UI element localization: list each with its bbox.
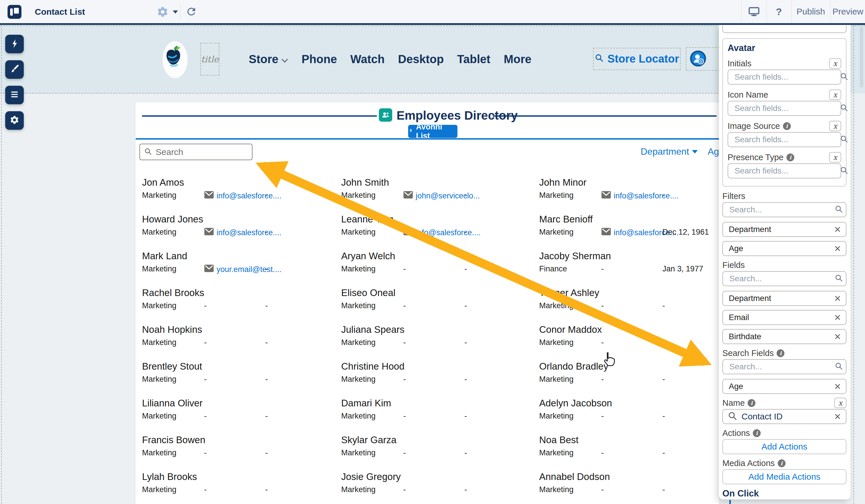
employee-card[interactable]: Orlando BradleyMarketing--	[539, 361, 717, 397]
search-fields-input[interactable]	[734, 166, 840, 176]
name-combobox[interactable]: Contact ID ✕	[723, 409, 846, 424]
nav-item-tablet[interactable]: Tablet	[457, 53, 491, 66]
nav-item-watch[interactable]: Watch	[350, 53, 385, 66]
list-search-input[interactable]	[155, 147, 243, 157]
field-chip[interactable]: Age✕	[723, 241, 846, 256]
add-media-actions-button[interactable]: Add Media Actions	[723, 469, 846, 484]
remove-icon[interactable]: ✕	[834, 382, 841, 391]
employee-email-empty: -	[204, 301, 207, 310]
remove-icon[interactable]: ✕	[834, 332, 841, 342]
nav-item-desktop[interactable]: Desktop	[398, 53, 444, 66]
employee-card[interactable]: Noah HopkinsMarketing--	[142, 324, 341, 361]
publish-button[interactable]: Publish	[792, 0, 830, 23]
employee-card[interactable]: Annabel DodsonMarketing--	[539, 471, 717, 504]
help-button[interactable]: ?	[767, 0, 791, 23]
search-fields-search-input[interactable]	[729, 362, 834, 372]
theme-button[interactable]	[5, 60, 24, 79]
employee-email[interactable]: info@salesforce....	[217, 191, 281, 200]
device-preview-button[interactable]	[742, 0, 766, 23]
employee-email[interactable]: info@salesforce....	[217, 228, 281, 237]
add-actions-button[interactable]: Add Actions	[723, 439, 846, 454]
field-chip[interactable]: Email✕	[723, 310, 846, 325]
avatar-field-label: Presence Type	[728, 153, 784, 162]
store-logo[interactable]	[162, 40, 188, 79]
employee-card[interactable]: Adelyn JacobsonMarketing--	[539, 397, 717, 434]
remove-icon[interactable]: ✕	[834, 293, 841, 304]
formula-x-button[interactable]: x	[829, 121, 841, 131]
search-fields-search	[723, 359, 846, 374]
components-button[interactable]	[5, 35, 24, 53]
fields-search-input[interactable]	[729, 274, 834, 284]
nav-item-phone[interactable]: Phone	[301, 53, 337, 66]
store-locator-link[interactable]: Store Locator	[593, 48, 681, 70]
employee-email[interactable]: john@serviceclo...	[416, 191, 480, 200]
avatar-heading: Avatar	[728, 43, 841, 53]
employee-card[interactable]: John MinorMarketinginfo@salesforce....-	[539, 177, 717, 213]
avonni-list-badge[interactable]: Avonni List	[408, 125, 458, 138]
employee-card[interactable]: Aryan WelchMarketing--	[341, 250, 539, 287]
employee-email[interactable]: info@salesforce....	[416, 228, 481, 237]
employee-card[interactable]: Marc BenioffMarketinginfo@salesforce....…	[539, 213, 717, 250]
page-settings-caret-icon[interactable]	[173, 10, 178, 14]
employee-card[interactable]: Mark LandMarketingyour.email@test....-	[142, 250, 341, 287]
employee-card[interactable]: Christine HoodMarketing--	[341, 361, 539, 397]
filters-search-input[interactable]	[729, 205, 834, 215]
employee-card[interactable]: Brentley StoutMarketing--	[142, 361, 341, 397]
nav-item-store[interactable]: Store	[249, 53, 288, 66]
remove-icon[interactable]: ✕	[834, 224, 841, 235]
employee-card[interactable]: John SmithMarketingjohn@serviceclo...-	[341, 177, 539, 213]
employee-card[interactable]: Noa BestMarketing--	[539, 434, 717, 471]
field-chip[interactable]: Age✕	[723, 379, 846, 394]
search-icon	[144, 148, 152, 157]
clear-icon[interactable]: ✕	[834, 412, 841, 422]
employee-birthdate: -	[662, 191, 665, 200]
refresh-icon[interactable]	[185, 6, 197, 19]
preview-button[interactable]: Preview	[831, 0, 865, 23]
nav-item-more[interactable]: More	[504, 53, 532, 66]
employee-card[interactable]: Skylar GarzaMarketing--	[341, 434, 539, 471]
info-icon: i	[786, 153, 794, 161]
remove-icon[interactable]: ✕	[834, 244, 841, 254]
formula-x-button[interactable]: x	[834, 398, 846, 408]
formula-x-button[interactable]: x	[829, 152, 841, 163]
search-fields-input[interactable]	[734, 72, 840, 82]
pages-button[interactable]	[5, 86, 24, 104]
employee-name: Marc Benioff	[539, 213, 717, 225]
clipped-field	[723, 25, 846, 33]
employee-card[interactable]: Lilianna OliverMarketing--	[142, 397, 341, 434]
field-chip[interactable]: Birthdate✕	[723, 329, 846, 344]
employee-card[interactable]: Howard JonesMarketinginfo@salesforce....…	[142, 213, 341, 250]
canvas-scrollbar[interactable]	[860, 27, 863, 87]
sort-row: Department Age	[641, 146, 716, 157]
employee-card[interactable]: Lylah BrooksMarketing--	[142, 471, 341, 504]
employee-card[interactable]: Rachel BrooksMarketing--	[142, 287, 341, 324]
remove-icon[interactable]: ✕	[834, 313, 841, 323]
employee-card[interactable]: Leanne TomMarketinginfo@salesforce....-	[341, 213, 539, 250]
search-fields-input[interactable]	[734, 135, 840, 144]
page-settings-gear-icon[interactable]	[157, 6, 169, 19]
employee-email[interactable]: your.email@test....	[217, 265, 281, 274]
employee-department: Marketing	[341, 412, 376, 421]
employee-card[interactable]: Francis BowenMarketing--	[142, 434, 341, 471]
builder-logo-icon[interactable]	[8, 5, 21, 19]
field-chip[interactable]: Department✕	[723, 222, 846, 237]
employee-email[interactable]: info@salesforce....	[614, 191, 679, 200]
info-icon: i	[778, 459, 786, 467]
employee-detail: Marketing--	[539, 338, 717, 349]
employee-card[interactable]: Jon AmosMarketinginfo@salesforce....-	[142, 177, 341, 213]
employee-card[interactable]: Juliana SpearsMarketing--	[341, 324, 539, 361]
employee-card[interactable]: Tanner AshleyMarketing--	[539, 287, 717, 324]
search-fields-input[interactable]	[734, 103, 840, 113]
employee-card[interactable]: Jacoby ShermanFinance-Jan 3, 1977	[539, 250, 717, 287]
site-avatar-box[interactable]	[686, 47, 719, 71]
formula-x-button[interactable]: x	[829, 58, 841, 69]
formula-x-button[interactable]: x	[829, 90, 841, 100]
field-chip[interactable]: Department✕	[723, 291, 846, 306]
employee-card[interactable]: Conor MaddoxMarketing--	[539, 324, 717, 361]
employee-card[interactable]: Damari KimMarketing--	[341, 397, 539, 434]
settings-button[interactable]	[5, 111, 24, 130]
employee-card[interactable]: Josie GregoryMarketing--	[341, 471, 539, 504]
employee-card[interactable]: Eliseo OnealMarketing--	[341, 287, 539, 324]
site-title-placeholder[interactable]: title	[200, 43, 219, 75]
sort-department[interactable]: Department	[641, 146, 698, 157]
